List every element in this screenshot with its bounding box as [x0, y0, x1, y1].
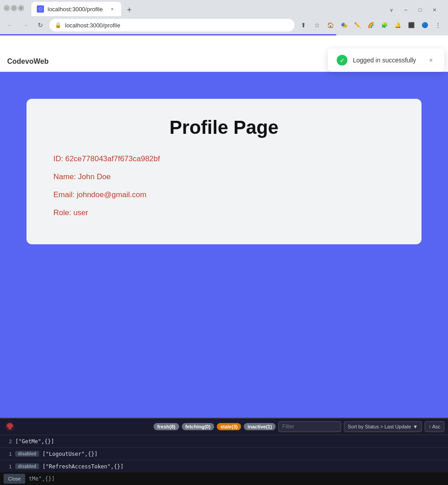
toast-message: Logged in successfully — [353, 57, 421, 64]
table-row[interactable]: 2 ["GetMe",{}] — [0, 435, 448, 448]
tab-bar: ⬡ localhost:3000/profile × + ∨ − □ × — [28, 0, 444, 16]
active-tab[interactable]: ⬡ localhost:3000/profile × — [31, 2, 121, 16]
query-key: ["GetMe",{}] — [15, 438, 54, 445]
asc-button[interactable]: ↑ Asc — [425, 421, 444, 432]
devtools-logo — [4, 420, 16, 433]
ext-icon-1[interactable]: 🏠 — [324, 19, 337, 31]
query-list: 2 ["GetMe",{}] 1 disabled ["LogoutUser",… — [0, 435, 448, 472]
badge-fetching[interactable]: fetching(0) — [182, 423, 214, 430]
forward-button[interactable]: → — [19, 19, 31, 31]
reload-button[interactable]: ↻ — [34, 19, 47, 31]
success-icon: ✓ — [337, 55, 347, 66]
new-tab-button[interactable]: + — [123, 4, 136, 16]
profile-role: Role: user — [53, 208, 395, 217]
devtools-bottom-bar: Close tMe",{}] — [0, 472, 448, 485]
win-minimize-button[interactable]: − — [400, 4, 412, 16]
address-bar-row: ← → ↻ 🔒 localhost:3000/profile ⬆ ☆ 🏠 🎭 ✏… — [0, 16, 448, 34]
query-key: ["LogoutUser",{}] — [43, 451, 98, 457]
win-maximize-button[interactable]: □ — [414, 4, 426, 16]
ext-icon-5[interactable]: 🧩 — [378, 19, 391, 31]
ext-icon-2[interactable]: 🎭 — [338, 19, 350, 31]
browser-chrome: − □ × ⬡ localhost:3000/profile × + ∨ − □… — [0, 0, 448, 35]
progress-bar — [0, 34, 336, 35]
profile-name: Name: John Doe — [53, 172, 395, 181]
bookmark-icon[interactable]: ☆ — [311, 19, 323, 31]
profile-title: Profile Page — [53, 117, 395, 138]
minimize-button[interactable]: − — [4, 5, 10, 11]
query-num: 2 — [4, 439, 12, 444]
address-box[interactable]: 🔒 localhost:3000/profile — [49, 19, 294, 31]
profile-id: ID: 62ce778043af7f673ca982bf — [53, 154, 395, 163]
maximize-button[interactable]: □ — [11, 5, 17, 11]
share-icon[interactable]: ⬆ — [297, 19, 310, 31]
svg-point-2 — [11, 425, 12, 427]
table-row[interactable]: 1 disabled ["LogoutUser",{}] — [0, 448, 448, 460]
lock-icon: 🔒 — [55, 22, 61, 28]
tab-close-button[interactable]: × — [109, 5, 116, 13]
tab-favicon: ⬡ — [37, 5, 44, 13]
toolbar-icons: ⬆ ☆ 🏠 🎭 ✏️ 🌈 🧩 🔔 ⬛ 🔵 ⋮ — [297, 19, 444, 31]
badge-fresh[interactable]: fresh(8) — [154, 423, 179, 430]
sort-chevron-icon: ▼ — [413, 424, 418, 429]
close-window-button[interactable]: × — [18, 5, 24, 11]
toast-notification: ✓ Logged in successfully × — [328, 48, 444, 72]
badge-stale[interactable]: stale(3) — [217, 423, 242, 430]
menu-button[interactable]: ⋮ — [432, 19, 444, 31]
toast-close-button[interactable]: × — [426, 56, 435, 65]
profile-card: Profile Page ID: 62ce778043af7f673ca982b… — [26, 99, 422, 244]
ext-icon-6[interactable]: 🔔 — [391, 19, 404, 31]
ext-icon-4[interactable]: 🌈 — [365, 19, 377, 31]
win-close-button[interactable]: × — [428, 4, 441, 16]
ext-icon-3[interactable]: ✏️ — [351, 19, 364, 31]
address-text: localhost:3000/profile — [65, 22, 289, 29]
app-title: CodevoWeb — [7, 57, 48, 66]
sort-button[interactable]: Sort by Status > Last Update ▼ — [344, 421, 422, 432]
svg-point-1 — [8, 425, 9, 427]
window-controls: − □ × — [4, 5, 24, 11]
query-key: ["RefreshAccessToken",{}] — [43, 463, 124, 470]
expand-button[interactable]: ∨ — [385, 4, 398, 16]
page-wrapper: Profile Page ID: 62ce778043af7f673ca982b… — [0, 72, 448, 271]
badge-inactive[interactable]: inactive(1) — [244, 423, 275, 430]
query-num: 1 — [4, 451, 12, 457]
devtools-close-button[interactable]: Close — [4, 474, 25, 484]
bottom-query-key: tMe",{}] — [29, 476, 55, 482]
devtools-panel: fresh(8) fetching(0) stale(3) inactive(1… — [0, 418, 448, 485]
ext-icon-8[interactable]: 🔵 — [418, 19, 431, 31]
tab-title: localhost:3000/profile — [48, 6, 105, 13]
main-content: Profile Page ID: 62ce778043af7f673ca982b… — [0, 72, 448, 418]
query-num: 1 — [4, 464, 12, 469]
sort-label: Sort by Status > Last Update — [348, 424, 411, 429]
title-bar: − □ × ⬡ localhost:3000/profile × + ∨ − □… — [0, 0, 448, 16]
query-status-badge: disabled — [15, 451, 39, 457]
filter-input[interactable] — [278, 421, 341, 432]
table-row[interactable]: 1 disabled ["RefreshAccessToken",{}] — [0, 460, 448, 472]
back-button[interactable]: ← — [4, 19, 16, 31]
ext-icon-7[interactable]: ⬛ — [405, 19, 417, 31]
devtools-header: fresh(8) fetching(0) stale(3) inactive(1… — [0, 419, 448, 435]
profile-email: Email: johndoe@gmail.com — [53, 190, 395, 199]
query-status-badge: disabled — [15, 463, 39, 469]
